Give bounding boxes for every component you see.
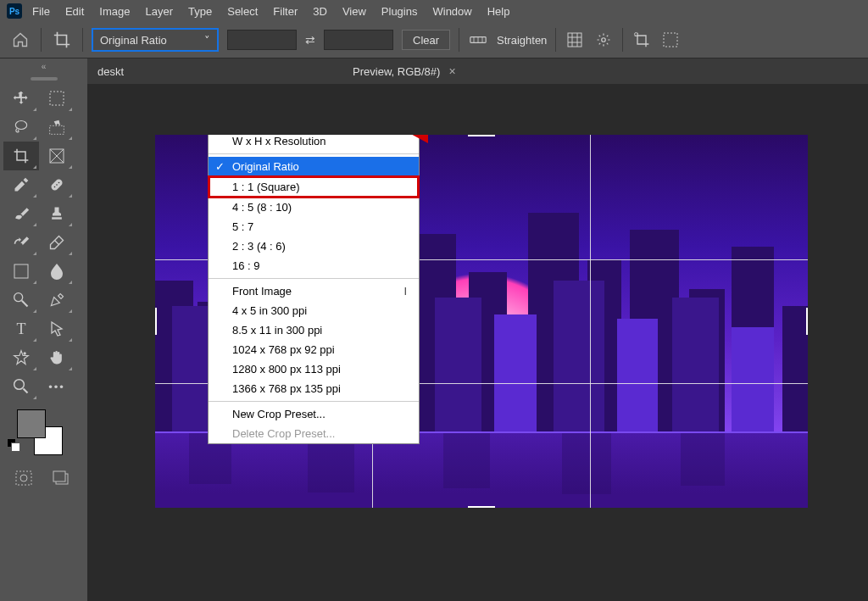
menu-item-5-7[interactable]: 5 : 7 — [209, 217, 419, 237]
menubar: Ps File Edit Image Layer Type Select Fil… — [0, 0, 868, 22]
menu-window[interactable]: Window — [427, 5, 476, 18]
zoom-tool[interactable] — [3, 372, 39, 401]
svg-rect-4 — [568, 33, 581, 47]
chevron-down-icon: ˅ — [204, 34, 210, 47]
tools-panel: T ••• — [0, 74, 87, 504]
straighten-icon[interactable] — [468, 30, 488, 50]
svg-rect-29 — [16, 471, 31, 485]
menu-item-1366x768[interactable]: 1366 x 768 px 135 ppi — [209, 379, 419, 398]
default-colors-icon[interactable] — [7, 438, 19, 450]
menu-select[interactable]: Select — [222, 5, 263, 18]
home-button[interactable] — [8, 28, 32, 52]
menu-item-4-5[interactable]: 4 : 5 (8 : 10) — [209, 198, 419, 217]
quick-mask-icon[interactable] — [15, 470, 32, 488]
menu-item-new-preset[interactable]: New Crop Preset... — [209, 404, 419, 424]
svg-line-25 — [22, 301, 28, 307]
marquee-tool[interactable] — [39, 84, 75, 113]
tab-strip: deskt Preview, RGB/8#) × — [87, 58, 868, 84]
menu-item-8p5x11in[interactable]: 8.5 x 11 in 300 ppi — [209, 320, 419, 340]
menu-separator — [209, 278, 419, 279]
crop-handle-bottom[interactable] — [468, 506, 495, 508]
menu-item-1024x768[interactable]: 1024 x 768 px 92 ppi — [209, 340, 419, 359]
separator — [555, 28, 556, 52]
close-tab-icon[interactable]: × — [448, 64, 455, 78]
blur-tool[interactable] — [39, 257, 75, 286]
crop-tool-indicator[interactable] — [50, 28, 74, 52]
document-area: deskt Preview, RGB/8#) × — [87, 58, 868, 601]
panel-collapse-icon[interactable]: « — [0, 58, 87, 74]
menu-plugins[interactable]: Plugins — [376, 5, 423, 18]
crop-handle-left[interactable] — [155, 308, 157, 335]
color-swatches[interactable] — [7, 408, 81, 459]
type-tool[interactable]: T — [3, 314, 39, 343]
menu-filter[interactable]: Filter — [268, 5, 303, 18]
menu-item-2-3[interactable]: 2 : 3 (4 : 6) — [209, 237, 419, 256]
menu-view[interactable]: View — [337, 5, 371, 18]
separator — [82, 28, 83, 52]
gradient-tool[interactable] — [3, 257, 39, 286]
options-bar: Original Ratio ˅ ⇄ Clear Straighten — [0, 22, 868, 58]
screen-mode-icon[interactable] — [53, 470, 70, 488]
crop-tool[interactable] — [3, 142, 39, 170]
menu-item-1-1-square[interactable]: 1 : 1 (Square) — [208, 175, 420, 198]
menu-separator — [209, 401, 419, 402]
menu-3d[interactable]: 3D — [308, 5, 332, 18]
document-tab[interactable]: deskt Preview, RGB/8#) × — [97, 64, 456, 78]
crop-handle-right[interactable] — [806, 308, 808, 335]
stamp-tool[interactable] — [39, 199, 75, 228]
app-logo: Ps — [7, 3, 22, 19]
crop-width-input[interactable] — [227, 30, 297, 50]
menu-item-wxhres[interactable]: W x H x Resolution — [209, 135, 419, 151]
healing-tool[interactable] — [39, 170, 75, 199]
menu-layer[interactable]: Layer — [141, 5, 179, 18]
menu-type[interactable]: Type — [183, 5, 217, 18]
svg-point-21 — [58, 182, 60, 184]
path-select-tool[interactable] — [39, 314, 75, 343]
menu-item-1280x800[interactable]: 1280 x 800 px 113 ppi — [209, 359, 419, 379]
quick-select-tool[interactable] — [39, 113, 75, 142]
svg-line-28 — [24, 389, 28, 393]
menu-item-original-ratio[interactable]: Original Ratio — [209, 157, 419, 176]
menu-item-delete-preset: Delete Crop Preset... — [209, 424, 419, 443]
canvas[interactable]: Ratio W x H x Resolution Original Ratio … — [155, 135, 808, 508]
frame-tool[interactable] — [39, 142, 75, 170]
hand-tool[interactable] — [39, 343, 75, 372]
menu-help[interactable]: Help — [482, 5, 515, 18]
delete-cropped-icon[interactable] — [632, 30, 652, 50]
crop-ratio-dropdown[interactable]: Original Ratio ˅ — [92, 28, 219, 52]
edit-toolbar[interactable]: ••• — [39, 372, 75, 401]
crop-ratio-menu: Ratio W x H x Resolution Original Ratio … — [208, 135, 420, 444]
move-tool[interactable] — [3, 84, 39, 113]
dodge-tool[interactable] — [3, 286, 39, 314]
separator — [622, 28, 623, 52]
eraser-tool[interactable] — [39, 228, 75, 257]
swap-dimensions-icon[interactable]: ⇄ — [305, 33, 315, 47]
eyedropper-tool[interactable] — [3, 170, 39, 199]
crop-height-input[interactable] — [324, 30, 393, 50]
menu-image[interactable]: Image — [94, 5, 135, 18]
crop-ratio-value: Original Ratio — [100, 34, 167, 47]
menu-item-4x5in[interactable]: 4 x 5 in 300 ppi — [209, 301, 419, 320]
panel-grip-icon[interactable] — [31, 77, 58, 81]
shape-tool[interactable] — [3, 343, 39, 372]
brush-tool[interactable] — [3, 199, 39, 228]
svg-rect-12 — [50, 92, 64, 105]
crop-handle-top[interactable] — [468, 135, 495, 136]
svg-point-20 — [56, 184, 58, 186]
foreground-color-swatch[interactable] — [17, 409, 46, 438]
menu-file[interactable]: File — [27, 5, 55, 18]
content-aware-icon[interactable] — [660, 30, 681, 50]
crop-options-gear-icon[interactable] — [593, 30, 614, 50]
svg-rect-23 — [14, 264, 28, 278]
svg-point-13 — [15, 121, 26, 130]
svg-rect-32 — [53, 471, 65, 481]
grid-overlay-icon[interactable] — [565, 30, 585, 50]
lasso-tool[interactable] — [3, 113, 39, 142]
menu-item-front-image[interactable]: Front ImageI — [209, 281, 419, 301]
menu-item-16-9[interactable]: 16 : 9 — [209, 256, 419, 275]
pen-tool[interactable] — [39, 286, 75, 314]
history-brush-tool[interactable] — [3, 228, 39, 257]
menu-edit[interactable]: Edit — [60, 5, 89, 18]
clear-button[interactable]: Clear — [402, 30, 450, 50]
menu-item-label: Front Image — [232, 285, 292, 298]
